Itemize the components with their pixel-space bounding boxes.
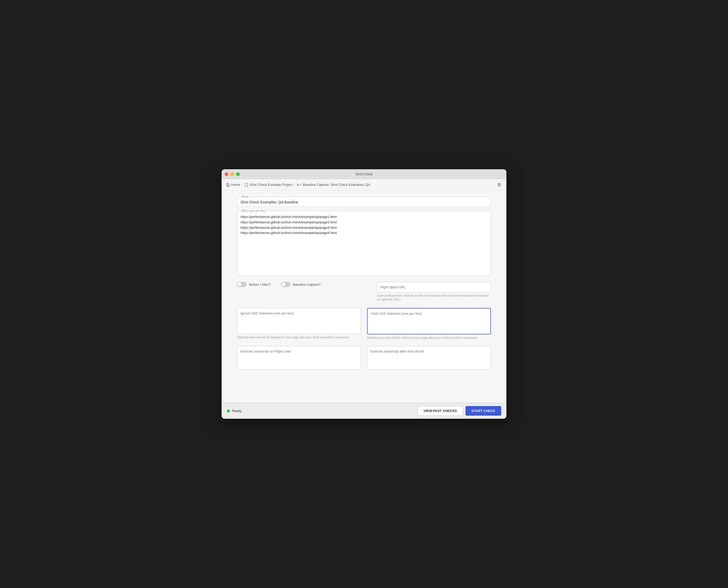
name-input[interactable] (241, 199, 487, 204)
project-icon: 📋 (244, 183, 249, 187)
execute-js-load-wrapper (237, 346, 361, 369)
settings-button[interactable]: ⚙ (496, 181, 502, 189)
title-bar: Shot Check (222, 169, 506, 179)
right-spoof-input[interactable] (380, 285, 487, 289)
execute-js-scroll-wrapper (367, 346, 491, 369)
breadcrumb-home[interactable]: 🏠 Home (226, 183, 240, 187)
urls-textarea[interactable]: https://perfectsense.github.io/shot-chec… (241, 214, 487, 271)
main-content: Name URLs (one per line) https://perfect… (222, 190, 506, 403)
breadcrumb-bar: 🏠 Home › 📋 Shot Check Example Project › … (222, 179, 506, 190)
window-title: Shot Check (355, 172, 373, 176)
execute-js-load-textarea[interactable] (241, 350, 357, 365)
options-row: Before / After? Baseline Capture? Used b… (237, 282, 491, 302)
click-css-help: Matching elements will be clicked on eac… (367, 336, 491, 340)
status-dot (227, 410, 230, 413)
baseline-capture-toggle[interactable] (281, 282, 290, 287)
toggle-section: Before / After? Baseline Capture? (237, 282, 320, 287)
right-spoof-input-wrapper (377, 282, 491, 292)
status-bar: Ready VIEW PAST CHECKS START CHECK (222, 403, 506, 419)
ignore-css-wrapper (237, 308, 361, 334)
home-icon: 🏠 (226, 183, 230, 187)
baseline-capture-toggle-group: Baseline Capture? (281, 282, 320, 287)
ignore-css-section: Matching elements will be blanked on eac… (237, 308, 361, 340)
ignore-css-textarea[interactable] (241, 311, 357, 330)
execute-js-section (237, 346, 491, 371)
click-css-section: Matching elements will be clicked on eac… (367, 308, 491, 340)
minimize-button[interactable] (230, 172, 234, 176)
before-after-label: Before / After? (249, 282, 271, 287)
list-check-icon: ≡✓ (297, 183, 302, 187)
close-button[interactable] (225, 172, 228, 176)
name-field-group: Name (237, 197, 491, 207)
breadcrumb-sep-1: › (242, 183, 243, 186)
ignore-css-help: Matching elements will be blanked on eac… (237, 335, 361, 339)
status-indicator: Ready (227, 409, 242, 413)
name-label: Name (240, 195, 250, 198)
breadcrumb-sep-2: › (294, 183, 295, 186)
breadcrumb-project-label: Shot Check Example Project (250, 183, 292, 187)
execute-js-scroll-section (367, 346, 491, 371)
execute-js-load-section (237, 346, 361, 371)
traffic-lights (225, 172, 240, 176)
action-buttons: VIEW PAST CHECKS START CHECK (418, 406, 501, 416)
app-window: Shot Check 🏠 Home › 📋 Shot Check Example… (222, 169, 506, 419)
baseline-capture-label: Baseline Capture? (293, 282, 320, 287)
execute-js-scroll-textarea[interactable] (371, 350, 487, 365)
css-selectors-section: Matching elements will be blanked on eac… (237, 308, 491, 340)
urls-field-wrapper: URLs (one per line) https://perfectsense… (237, 211, 491, 276)
name-field-wrapper: Name (237, 197, 491, 207)
status-label: Ready (232, 409, 242, 413)
right-spoof-section: Used by Blue/Green Verify to set the X-F… (377, 282, 491, 302)
breadcrumb: 🏠 Home › 📋 Shot Check Example Project › … (226, 183, 371, 187)
urls-label: URLs (one per line) (240, 209, 267, 212)
click-css-textarea[interactable] (371, 312, 487, 330)
breadcrumb-home-label: Home (231, 183, 240, 187)
breadcrumb-project[interactable]: 📋 Shot Check Example Project (244, 183, 292, 187)
click-css-wrapper (367, 308, 491, 334)
breadcrumb-page: ≡✓ Baseline Capture: Shot Check Examples… (297, 183, 371, 187)
before-after-toggle-group: Before / After? (237, 282, 271, 287)
before-after-toggle[interactable] (237, 282, 247, 287)
maximize-button[interactable] (236, 172, 240, 176)
start-check-button[interactable]: START CHECK (465, 406, 501, 416)
view-past-checks-button[interactable]: VIEW PAST CHECKS (418, 406, 463, 416)
right-spoof-help: Used by Blue/Green Verify to set the X-F… (377, 294, 491, 302)
breadcrumb-page-label: Baseline Capture: Shot Check Examples: Q… (303, 183, 371, 187)
